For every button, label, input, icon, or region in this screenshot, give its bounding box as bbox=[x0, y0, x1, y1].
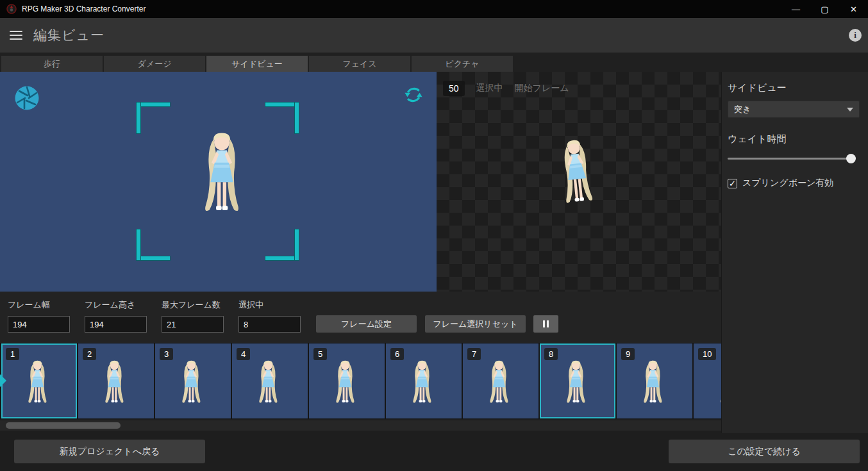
frame-height-field: フレーム高さ bbox=[85, 299, 147, 333]
selected-frame-input[interactable] bbox=[238, 316, 301, 333]
frame-number-badge: 3 bbox=[160, 348, 173, 360]
tab-picture[interactable]: ピクチャ bbox=[412, 56, 513, 72]
frame-settings-button[interactable]: フレーム設定 bbox=[316, 315, 417, 333]
frame-thumbnail-10[interactable]: 10 bbox=[694, 343, 721, 418]
close-button[interactable]: ✕ bbox=[839, 0, 868, 18]
frame-thumbnail-2[interactable]: 2 bbox=[78, 343, 154, 418]
app-logo-icon bbox=[6, 4, 17, 14]
max-frames-field: 最大フレーム数 bbox=[162, 299, 224, 333]
menu-icon[interactable] bbox=[10, 31, 22, 40]
rotate-view-icon[interactable] bbox=[403, 85, 424, 105]
frame-width-field: フレーム幅 bbox=[8, 299, 70, 333]
frame-character-sprite bbox=[328, 352, 362, 411]
start-frame-mode-label[interactable]: 開始フレーム bbox=[515, 83, 569, 94]
info-icon[interactable]: i bbox=[849, 29, 862, 42]
maximize-button[interactable]: ▢ bbox=[810, 0, 839, 18]
wait-time-label: ウェイト時間 bbox=[728, 133, 859, 145]
frame-character-sprite bbox=[482, 352, 515, 411]
capture-bracket-bottomleft bbox=[137, 229, 170, 260]
frame-thumbnail-7[interactable]: 7 bbox=[463, 343, 538, 418]
frame-thumbnail-1[interactable]: 1 bbox=[1, 343, 77, 418]
frame-thumbnail-8[interactable]: 8 bbox=[540, 343, 615, 418]
frame-number-badge: 5 bbox=[313, 348, 327, 360]
selected-mode-label[interactable]: 選択中 bbox=[476, 83, 503, 94]
springbone-label: スプリングボーン有効 bbox=[742, 178, 833, 189]
back-to-new-project-button[interactable]: 新規プロジェクトへ戻る bbox=[14, 440, 205, 463]
frame-thumbnail-3[interactable]: 3 bbox=[155, 343, 231, 418]
frame-number-badge: 10 bbox=[698, 348, 716, 360]
capture-bracket-topright bbox=[265, 103, 299, 133]
frame-thumbnail-9[interactable]: 9 bbox=[617, 343, 692, 418]
frame-selection-reset-button[interactable]: フレーム選択リセット bbox=[425, 315, 526, 333]
frame-number-badge: 7 bbox=[467, 348, 481, 360]
capture-bracket-topleft bbox=[137, 103, 170, 133]
frame-character-sprite bbox=[174, 352, 208, 411]
slider-thumb[interactable] bbox=[846, 154, 856, 163]
frame-number-badge: 9 bbox=[621, 348, 635, 360]
frame-height-input[interactable] bbox=[85, 316, 147, 333]
frame-controls-panel: フレーム幅 フレーム高さ 最大フレーム数 選択中 フレーム設定 フレーム選択リセ… bbox=[0, 292, 721, 343]
preview-panel bbox=[0, 72, 437, 292]
frame-character-sprite bbox=[559, 352, 592, 411]
tab-walk[interactable]: 歩行 bbox=[1, 56, 103, 72]
frame-thumbnail-6[interactable]: 6 bbox=[386, 343, 462, 418]
capture-bracket-bottomright bbox=[265, 229, 299, 260]
titlebar: RPG Maker 3D Character Converter — ▢ ✕ bbox=[0, 0, 868, 18]
springbone-toggle[interactable]: ✓ スプリングボーン有効 bbox=[728, 178, 859, 189]
animation-panel: 50 選択中 開始フレーム bbox=[437, 72, 721, 292]
minimize-button[interactable]: — bbox=[781, 0, 810, 18]
current-frame-indicator-icon bbox=[0, 374, 6, 387]
tab-face[interactable]: フェイス bbox=[309, 56, 410, 72]
frame-number-badge: 2 bbox=[83, 348, 96, 360]
motion-dropdown[interactable]: 突き bbox=[728, 101, 860, 118]
tab-damage[interactable]: ダメージ bbox=[104, 56, 205, 72]
frame-character-sprite bbox=[713, 352, 721, 411]
frame-counter-badge: 50 bbox=[443, 81, 465, 96]
header: 編集ビュー i bbox=[0, 18, 868, 53]
pause-icon bbox=[543, 320, 545, 327]
filmstrip: 1 2 3 4 5 6 7 8 9 10 bbox=[0, 343, 721, 419]
frame-number-badge: 1 bbox=[6, 348, 19, 360]
selected-frame-label: 選択中 bbox=[238, 299, 301, 311]
max-frames-label: 最大フレーム数 bbox=[162, 299, 224, 311]
tab-sideview[interactable]: サイドビュー bbox=[206, 56, 308, 72]
continue-with-settings-button[interactable]: この設定で続ける bbox=[669, 440, 860, 463]
slider-track bbox=[728, 158, 852, 160]
camera-aperture-icon[interactable] bbox=[14, 85, 40, 111]
frame-character-sprite bbox=[97, 352, 131, 411]
max-frames-input[interactable] bbox=[162, 316, 224, 333]
frame-width-input[interactable] bbox=[8, 316, 70, 333]
frame-number-badge: 6 bbox=[390, 348, 404, 360]
sidebar-title: サイドビュー bbox=[728, 82, 859, 94]
character-animation-sprite bbox=[552, 128, 601, 215]
window-title: RPG Maker 3D Character Converter bbox=[22, 4, 781, 13]
scrollbar-thumb[interactable] bbox=[6, 422, 121, 429]
motion-dropdown-value: 突き bbox=[734, 104, 751, 115]
character-preview-sprite bbox=[191, 118, 253, 227]
page-title: 編集ビュー bbox=[33, 26, 104, 44]
chevron-down-icon bbox=[847, 108, 853, 112]
frame-thumbnail-5[interactable]: 5 bbox=[309, 343, 385, 418]
filmstrip-scrollbar[interactable] bbox=[0, 420, 721, 431]
frame-width-label: フレーム幅 bbox=[8, 299, 70, 311]
frame-number-badge: 4 bbox=[237, 348, 250, 360]
frame-character-sprite bbox=[251, 352, 285, 411]
pause-button[interactable] bbox=[533, 315, 558, 333]
frame-thumbnail-4[interactable]: 4 bbox=[232, 343, 308, 418]
springbone-checkbox[interactable]: ✓ bbox=[728, 179, 737, 188]
frame-character-sprite bbox=[405, 352, 438, 411]
sidebar: サイドビュー 突き ウェイト時間 ✓ スプリングボーン有効 bbox=[721, 72, 868, 433]
selected-frame-field: 選択中 bbox=[238, 299, 301, 333]
frame-character-sprite bbox=[21, 352, 54, 411]
frame-character-sprite bbox=[636, 352, 669, 411]
frame-height-label: フレーム高さ bbox=[85, 299, 147, 311]
frame-number-badge: 8 bbox=[544, 348, 558, 360]
tabbar: 歩行 ダメージ サイドビュー フェイス ピクチャ bbox=[0, 53, 868, 72]
footer: 新規プロジェクトへ戻る この設定で続ける bbox=[0, 433, 868, 471]
wait-time-slider[interactable] bbox=[728, 153, 856, 163]
